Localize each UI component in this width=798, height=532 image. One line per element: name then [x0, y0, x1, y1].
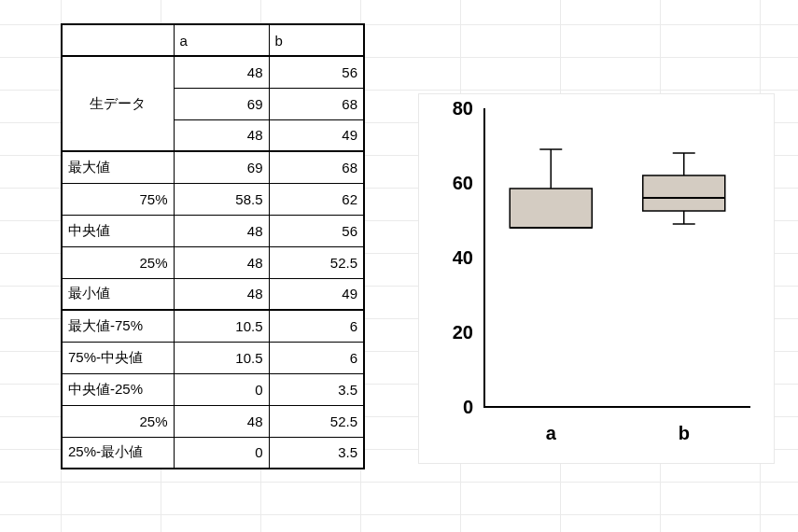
svg-text:a: a	[546, 423, 557, 443]
stats-row-25: 25% 48 52.5	[62, 246, 364, 278]
boxplot-chart[interactable]: 020406080ab	[418, 93, 775, 464]
raw-a-0[interactable]: 48	[174, 56, 269, 88]
svg-rect-9	[510, 189, 592, 228]
diff-a-3[interactable]: 48	[174, 405, 269, 437]
diff-b-1[interactable]: 6	[269, 342, 364, 373]
raw-b-1[interactable]: 68	[269, 88, 364, 119]
diff-a-2[interactable]: 0	[174, 373, 269, 405]
stats-a-75[interactable]: 58.5	[174, 183, 269, 215]
diff-row-3: 25% 48 52.5	[62, 405, 364, 437]
svg-text:b: b	[679, 423, 690, 443]
header-b-cell[interactable]: b	[269, 24, 364, 56]
stats-b-25[interactable]: 52.5	[269, 246, 364, 278]
svg-text:80: 80	[453, 98, 473, 119]
diff-a-1[interactable]: 10.5	[174, 342, 269, 373]
raw-data-label[interactable]: 生データ	[62, 56, 174, 151]
svg-text:60: 60	[453, 173, 473, 193]
svg-rect-16	[643, 175, 725, 211]
diff-label-4[interactable]: 25%-最小値	[62, 437, 174, 469]
diff-row-4: 25%-最小値 0 3.5	[62, 437, 364, 469]
diff-label-3[interactable]: 25%	[62, 405, 174, 437]
diff-row-0: 最大値-75% 10.5 6	[62, 310, 364, 342]
stats-b-max[interactable]: 68	[269, 151, 364, 183]
stats-b-min[interactable]: 49	[269, 278, 364, 310]
diff-a-4[interactable]: 0	[174, 437, 269, 469]
raw-data-row-0: 生データ 48 56	[62, 56, 364, 88]
stats-row-75: 75% 58.5 62	[62, 183, 364, 215]
header-label-cell[interactable]	[62, 24, 174, 56]
svg-text:20: 20	[453, 322, 473, 343]
stats-row-max: 最大値 69 68	[62, 151, 364, 183]
stats-label-median[interactable]: 中央値	[62, 215, 174, 246]
diff-a-0[interactable]: 10.5	[174, 310, 269, 342]
raw-a-1[interactable]: 69	[174, 88, 269, 119]
stats-row-min: 最小値 48 49	[62, 278, 364, 310]
diff-label-0[interactable]: 最大値-75%	[62, 310, 174, 342]
stats-a-25[interactable]: 48	[174, 246, 269, 278]
stats-label-75[interactable]: 75%	[62, 183, 174, 215]
header-a-cell[interactable]: a	[174, 24, 269, 56]
stats-table[interactable]: a b 生データ 48 56 69 68 48 49 最大値 69 68 75%…	[61, 23, 365, 469]
diff-row-1: 75%-中央値 10.5 6	[62, 342, 364, 373]
stats-b-75[interactable]: 62	[269, 183, 364, 215]
stats-row-median: 中央値 48 56	[62, 215, 364, 246]
diff-b-2[interactable]: 3.5	[269, 373, 364, 405]
raw-a-2[interactable]: 48	[174, 119, 269, 151]
raw-b-0[interactable]: 56	[269, 56, 364, 88]
stats-label-max[interactable]: 最大値	[62, 151, 174, 183]
diff-label-2[interactable]: 中央値-25%	[62, 373, 174, 405]
raw-b-2[interactable]: 49	[269, 119, 364, 151]
diff-b-3[interactable]: 52.5	[269, 405, 364, 437]
stats-b-median[interactable]: 56	[269, 215, 364, 246]
table-header-row: a b	[62, 24, 364, 56]
boxplot-svg: 020406080ab	[419, 94, 774, 463]
stats-a-min[interactable]: 48	[174, 278, 269, 310]
stats-a-max[interactable]: 69	[174, 151, 269, 183]
stats-a-median[interactable]: 48	[174, 215, 269, 246]
svg-text:0: 0	[463, 397, 473, 417]
diff-row-2: 中央値-25% 0 3.5	[62, 373, 364, 405]
stats-label-25[interactable]: 25%	[62, 246, 174, 278]
diff-label-1[interactable]: 75%-中央値	[62, 342, 174, 373]
svg-text:40: 40	[453, 247, 473, 268]
diff-b-0[interactable]: 6	[269, 310, 364, 342]
diff-b-4[interactable]: 3.5	[269, 437, 364, 469]
stats-label-min[interactable]: 最小値	[62, 278, 174, 310]
